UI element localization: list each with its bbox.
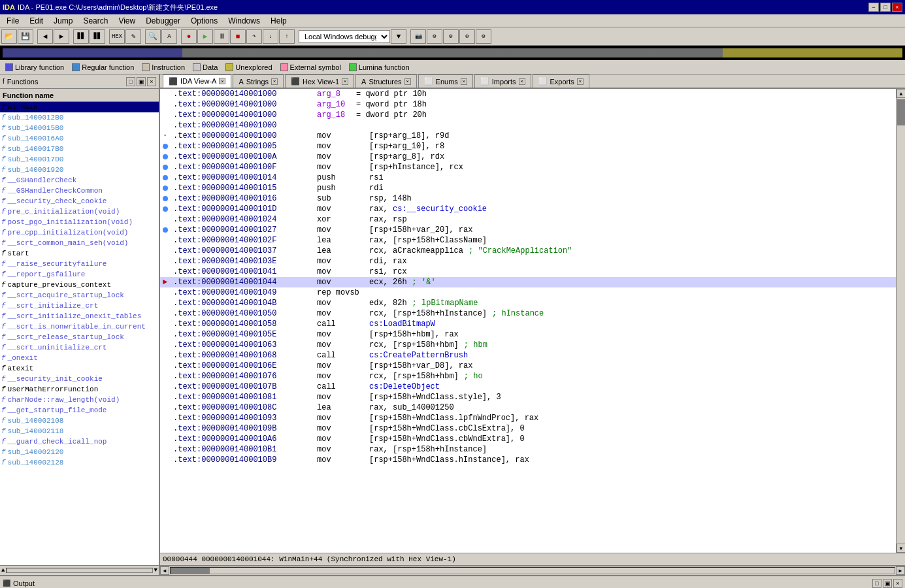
output-maximize-button[interactable]: ▣ [883,579,892,588]
disasm-line[interactable]: .text:000000014000101Dmovrax, cs:__secur… [160,204,896,214]
function-item[interactable]: fsub_140002120 [0,447,159,457]
function-item[interactable]: f__raise_securityfailure [0,259,159,269]
disasm-area[interactable]: .text:0000000140001000arg_8= qword ptr 1… [160,89,896,553]
disasm-line[interactable]: ►.text:0000000140001044movecx, 26h; '&' [160,277,896,287]
disasm-line[interactable]: .text:000000014000108Clearax, sub_140001… [160,402,896,413]
function-item[interactable]: fUserMathErrorFunction [0,384,159,395]
ops-link[interactable]: cs:LoadBitmapW [369,319,435,329]
scroll-left-button[interactable]: ◀ [160,566,169,575]
disasm-line[interactable]: .text:0000000140001081mov[rsp+158h+WndCl… [160,392,896,402]
panel-maximize-button[interactable]: ▣ [137,77,146,86]
disasm-line[interactable]: .text:0000000140001000 [160,120,896,131]
function-item[interactable]: fsub_1400017B0 [0,144,159,154]
function-item[interactable]: f__scrt_release_startup_lock [0,332,159,342]
disasm-line[interactable]: .text:0000000140001000arg_18= dword ptr … [160,110,896,120]
disasm-line[interactable]: .text:0000000140001016subrsp, 148h [160,193,896,204]
minimize-button[interactable]: − [868,3,879,12]
disasm-line[interactable]: .text:0000000140001076movrcx, [rsp+158h+… [160,371,896,382]
forward-button[interactable]: ▶ [54,29,69,44]
functions-list[interactable]: fWinMainfsub_1400012B0fsub_1400015B0fsub… [0,102,159,565]
panel-restore-button[interactable]: □ [126,77,135,86]
snapshot-button[interactable]: 📷 [410,29,426,44]
disasm-line[interactable]: .text:0000000140001093mov[rsp+158h+WndCl… [160,413,896,423]
menu-search[interactable]: Search [78,14,113,27]
function-item[interactable]: fpost_pgo_initialization(void) [0,217,159,227]
function-item[interactable]: fcapture_previous_context [0,280,159,290]
disasm-line[interactable]: .text:000000014000100Fmov[rsp+hInstance]… [160,162,896,172]
plugin4-button[interactable]: ⚙ [476,29,491,44]
maximize-button[interactable]: □ [880,3,891,12]
disasm-line[interactable]: .text:0000000140001058callcs:LoadBitmapW [160,319,896,329]
menu-debugger[interactable]: Debugger [140,14,186,27]
tab-ida-view-close[interactable]: × [219,78,225,84]
disasm-line[interactable]: .text:0000000140001024xorrax, rsp [160,214,896,225]
function-item[interactable]: fsub_1400012B0 [0,112,159,123]
function-item[interactable]: f__scrt_is_nonwritable_in_current [0,321,159,332]
function-item[interactable]: fsub_140002118 [0,426,159,436]
disasm-line[interactable]: .text:0000000140001063movrcx, [rsp+158h+… [160,340,896,350]
scroll-track[interactable] [897,98,905,544]
debugger-dropdown[interactable]: Local Windows debugger [299,30,390,43]
disasm-line[interactable]: .text:000000014000105Emov[rsp+158h+hbm],… [160,329,896,340]
function-item[interactable]: f__guard_check_icall_nop [0,436,159,447]
disasm-line[interactable]: .text:000000014000106Emov[rsp+158h+var_D… [160,361,896,371]
hscroll-row[interactable]: ◀ ▶ [160,566,905,575]
function-item[interactable]: fcharNode::raw_length(void) [0,395,159,405]
menu-edit[interactable]: Edit [24,14,48,27]
disasm-line[interactable]: .text:0000000140001037learcx, aCrackmeap… [160,246,896,256]
function-item[interactable]: fsub_1400015B0 [0,123,159,133]
function-item[interactable]: f__scrt_initialize_crt [0,301,159,311]
disasm-line[interactable]: .text:0000000140001014pushrsi [160,172,896,183]
open-button[interactable]: 📂 [1,29,17,44]
function-item[interactable]: fpre_cpp_initialization(void) [0,227,159,238]
functions-scroll-bar[interactable]: ▲ ▼ [0,565,159,575]
panel-close-button[interactable]: × [147,77,156,86]
disasm-line[interactable]: .text:0000000140001041movrsi, rcx [160,267,896,277]
function-item[interactable]: fsub_140002128 [0,457,159,468]
ops-link[interactable]: cs:CreatePatternBrush [369,351,468,360]
disasm-line[interactable]: .text:0000000140001050movrcx, [rsp+158h+… [160,308,896,319]
function-item[interactable]: fsub_1400017D0 [0,154,159,165]
function-item[interactable]: fpre_c_initialization(void) [0,206,159,217]
function-item[interactable]: f__security_init_cookie [0,374,159,384]
plugin3-button[interactable]: ⚙ [459,29,475,44]
disasm-line[interactable]: .text:000000014000100Amov[rsp+arg_8], rd… [160,152,896,162]
stop-button[interactable]: ■ [230,29,246,44]
tab-exports[interactable]: ⬜ Exports × [533,74,589,88]
debugger-select[interactable]: ▼ [391,29,406,44]
tab-structures-close[interactable]: × [404,78,411,85]
disasm-line[interactable]: .text:000000014000109Bmov[rsp+158h+WndCl… [160,423,896,434]
function-item[interactable]: f__scrt_uninitialize_crt [0,342,159,353]
menu-file[interactable]: File [1,14,24,27]
save-button[interactable]: 💾 [18,29,33,44]
disasm-line[interactable]: .text:00000001400010B1movrax, [rsp+158h+… [160,444,896,455]
tab-strings-close[interactable]: × [271,78,278,85]
function-item[interactable]: f__GSHandlerCheckCommon [0,186,159,196]
disasm-line[interactable]: .text:0000000140001005mov[rsp+arg_10], r… [160,141,896,152]
menu-options[interactable]: Options [186,14,223,27]
disasm-line[interactable]: .text:0000000140001015pushrdi [160,183,896,193]
function-item[interactable]: fWinMain [0,102,159,112]
disasm-line[interactable]: .text:00000001400010B9mov[rsp+158h+WndCl… [160,455,896,465]
function-item[interactable]: f__security_check_cookie [0,196,159,206]
tab-structures[interactable]: A Structures × [355,74,416,88]
disasm-vscroll[interactable]: ▲ ▼ [896,89,905,553]
menu-view[interactable]: View [113,14,140,27]
menu-windows[interactable]: Windows [223,14,265,27]
nav2-button[interactable]: ▊▊ [90,29,105,44]
plugin1-button[interactable]: ⚙ [427,29,442,44]
cursor-button[interactable]: ✎ [125,29,141,44]
tab-strings[interactable]: A Strings × [233,74,284,88]
tab-hex-view[interactable]: ⬛ Hex View-1 × [285,74,354,88]
function-item[interactable]: f__scrt_initialize_onexit_tables [0,311,159,321]
plugin2-button[interactable]: ⚙ [443,29,459,44]
output-restore-button[interactable]: □ [872,579,881,588]
disasm-line[interactable]: .text:00000001400010A6mov[rsp+158h+WndCl… [160,434,896,444]
output-close-button[interactable]: × [893,579,902,588]
function-item[interactable]: f__scrt_common_main_seh(void) [0,238,159,248]
function-item[interactable]: f_onexit [0,353,159,363]
disasm-line[interactable]: .text:0000000140001068callcs:CreatePatte… [160,350,896,361]
close-button[interactable]: × [892,3,902,12]
nav-button[interactable]: ▊▊ [73,29,89,44]
step-over-button[interactable]: ↷ [246,29,262,44]
